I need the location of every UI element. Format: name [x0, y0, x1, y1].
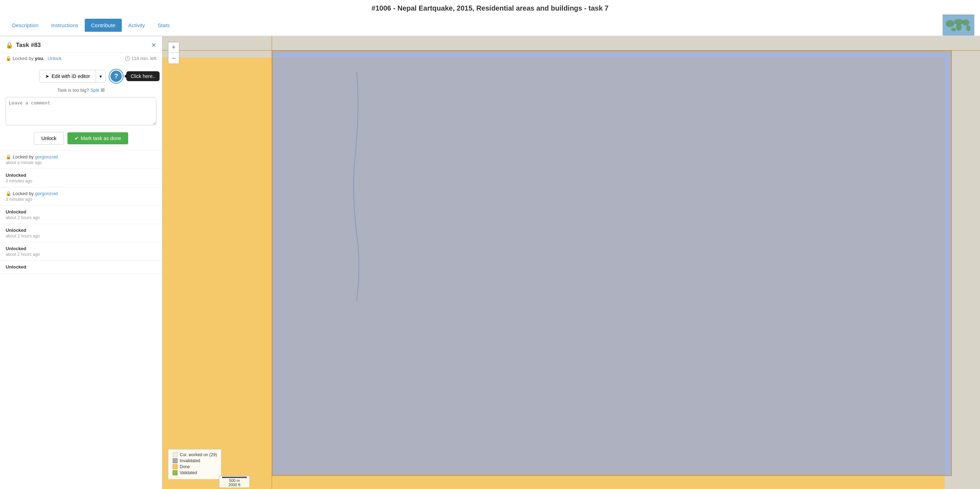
activity-item: 🔒 Locked by gorgonzoid 3 minutes ago — [0, 187, 162, 206]
activity-user-link[interactable]: gorgonzoid — [35, 191, 57, 196]
edit-icon: ➤ — [45, 73, 49, 79]
time-left: 🕐 118 min. left — [125, 56, 156, 61]
task-header: 🔒 Task #83 ✕ — [0, 37, 162, 53]
map-area[interactable]: + − Cur. worked on (29) Invalidated Done… — [162, 37, 980, 489]
legend-item-invalidated: Invalidated — [173, 458, 217, 463]
editor-button-group: ➤ Edit with iD editor ▾ — [39, 70, 106, 83]
zoom-in-button[interactable]: + — [169, 42, 179, 53]
legend-swatch-invalidated — [173, 458, 178, 463]
tab-contribute[interactable]: Contribute — [85, 19, 122, 32]
mark-done-button[interactable]: ✔ Mark task as done — [67, 132, 128, 144]
task-title: 🔒 Task #83 — [6, 41, 41, 49]
scale-bar: 500 m 2000 ft — [219, 476, 250, 488]
editor-row: ➤ Edit with iD editor ▾ ? Click here.. — [0, 64, 162, 86]
checkmark-icon: ✔ — [75, 135, 79, 141]
activity-item: 🔒 Locked by gorgonzoid about a minute ag… — [0, 151, 162, 169]
editor-dropdown-button[interactable]: ▾ — [95, 70, 105, 82]
legend-item-validated: Validated — [173, 470, 217, 475]
comment-textarea[interactable] — [6, 97, 156, 125]
activity-item: Unlocked about 2 hours ago — [0, 242, 162, 261]
lock-icon: 🔒 — [6, 41, 13, 49]
main-layout: 🔒 Task #83 ✕ 🔒 Locked by you. Unlock 🕐 1… — [0, 37, 980, 489]
lock-icon: 🔒 — [6, 154, 11, 159]
split-link[interactable]: Split — [91, 87, 99, 93]
edit-with-id-button[interactable]: ➤ Edit with iD editor — [40, 70, 95, 82]
close-button[interactable]: ✕ — [151, 41, 156, 49]
activity-item: Unlocked — [0, 261, 162, 274]
svg-point-3 — [956, 24, 962, 31]
activity-item: Unlocked about 2 hours ago — [0, 224, 162, 242]
lock-icon: 🔒 — [6, 191, 11, 196]
map-blue-task — [272, 51, 952, 476]
legend-swatch-validated — [173, 470, 178, 475]
svg-rect-7 — [965, 21, 966, 21]
activity-list: 🔒 Locked by gorgonzoid about a minute ag… — [0, 150, 162, 274]
help-button-container: ? Click here.. — [110, 70, 123, 83]
help-button[interactable]: ? — [110, 70, 123, 83]
lock-icon-small: 🔒 — [6, 56, 11, 61]
legend-swatch-done — [173, 464, 178, 469]
legend-swatch-cur — [173, 452, 178, 457]
clock-icon: 🕐 — [125, 56, 130, 61]
lock-status: 🔒 Locked by you. Unlock — [6, 56, 62, 61]
legend-item-cur: Cur. worked on (29) — [173, 452, 217, 457]
split-row: Task is too big? Split ⊞ — [0, 86, 162, 97]
activity-item: Unlocked about 2 hours ago — [0, 206, 162, 224]
chevron-down-icon: ▾ — [100, 74, 102, 79]
tab-activity[interactable]: Activity — [122, 19, 151, 32]
split-icon: ⊞ — [100, 87, 105, 93]
comment-area — [0, 97, 162, 130]
unlock-button[interactable]: Unlock — [34, 132, 64, 144]
map-canvas — [162, 37, 980, 489]
action-buttons: Unlock ✔ Mark task as done — [0, 130, 162, 150]
lock-info-row: 🔒 Locked by you. Unlock 🕐 118 min. left — [0, 53, 162, 64]
activity-item: Unlocked 3 minutes ago — [0, 169, 162, 187]
activity-user-link[interactable]: gorgonzoid — [35, 154, 57, 159]
legend-item-done: Done — [173, 464, 217, 469]
svg-point-1 — [946, 20, 954, 27]
page-title: #1006 - Nepal Eartquake, 2015, Residenti… — [0, 0, 980, 14]
tooltip-bubble: Click here.. — [126, 71, 159, 81]
svg-point-5 — [966, 25, 970, 31]
scale-bar-inner: 500 m 2000 ft — [219, 476, 250, 488]
nav-tabs: Description Instructions Contribute Acti… — [0, 14, 980, 37]
svg-point-4 — [963, 19, 969, 26]
svg-point-6 — [951, 28, 956, 32]
scale-line — [222, 477, 247, 478]
tab-description[interactable]: Description — [6, 19, 45, 32]
map-controls: + − — [168, 42, 179, 64]
tab-stats[interactable]: Stats — [151, 19, 176, 32]
unlock-link[interactable]: Unlock — [48, 56, 62, 61]
world-map-thumbnail — [943, 14, 974, 36]
zoom-out-button[interactable]: − — [169, 53, 179, 64]
tab-instructions[interactable]: Instructions — [45, 19, 85, 32]
sidebar: 🔒 Task #83 ✕ 🔒 Locked by you. Unlock 🕐 1… — [0, 37, 162, 489]
map-legend: Cur. worked on (29) Invalidated Done Val… — [168, 449, 221, 479]
